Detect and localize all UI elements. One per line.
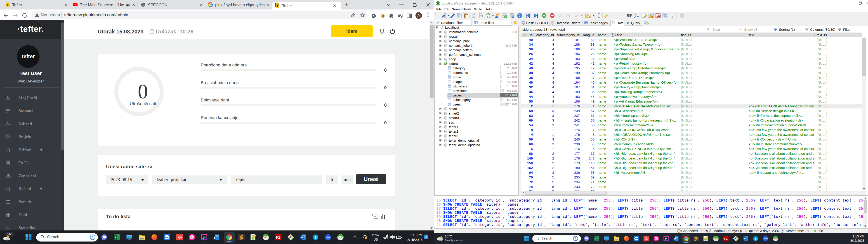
svg-text:HS: HS [264, 236, 268, 239]
svg-text:X: X [594, 238, 596, 240]
svg-text:HS: HS [774, 238, 777, 240]
svg-text:T: T [6, 3, 9, 7]
svg-text:A: A [612, 35, 614, 37]
svg-text:W: W [301, 236, 303, 239]
svg-text:PS: PS [665, 238, 667, 240]
svg-text:HS: HS [437, 2, 439, 4]
svg-text:zoom: zoom [326, 236, 331, 238]
svg-text:X: X [115, 236, 116, 239]
svg-text:;: ; [672, 13, 673, 18]
svg-text:Z: Z [634, 16, 636, 18]
svg-text:S: S [755, 237, 757, 240]
svg-text:W: W [655, 237, 657, 240]
svg-text:W: W [744, 238, 746, 240]
svg-text:zoom: zoom [764, 238, 768, 240]
svg-text:PS: PS [203, 236, 206, 238]
svg-text:?: ? [519, 14, 521, 18]
svg-text:HS: HS [339, 236, 342, 239]
svg-text:HS: HS [715, 238, 717, 240]
svg-text:W: W [191, 236, 193, 239]
svg-text:!: ! [650, 15, 651, 18]
svg-text:S: S [314, 236, 317, 239]
svg-text:FZ: FZ [724, 237, 728, 241]
svg-text:0x: 0x [657, 14, 660, 18]
svg-text:T: T [276, 4, 279, 7]
svg-text:FZ: FZ [276, 236, 281, 240]
